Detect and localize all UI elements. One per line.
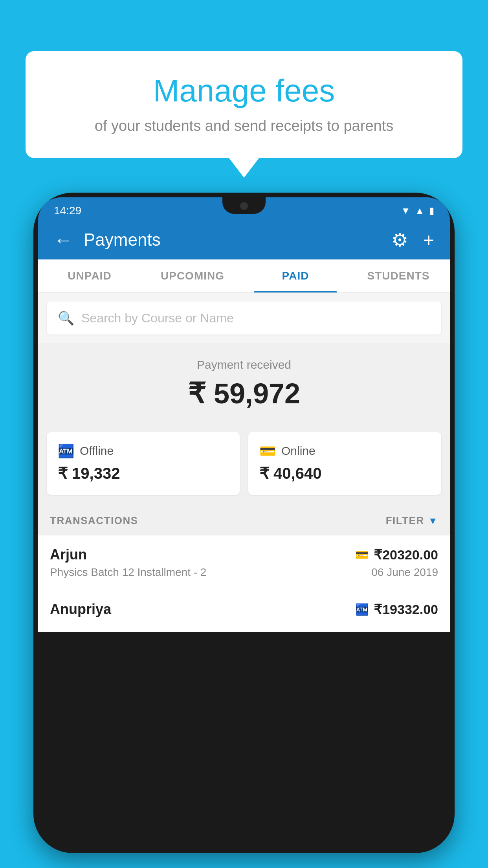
transaction-item-anupriya[interactable]: Anupriya 🏧 ₹19332.00 — [38, 590, 450, 632]
payment-cards: 🏧 Offline ₹ 19,332 💳 Online ₹ 40,640 — [38, 421, 450, 506]
tab-students[interactable]: STUDENTS — [347, 259, 450, 292]
offline-icon: 🏧 — [58, 443, 74, 459]
status-time: 14:29 — [54, 204, 81, 217]
settings-icon[interactable]: ⚙ — [391, 229, 408, 251]
offline-amount: ₹ 19,332 — [58, 464, 229, 482]
tabs-container: UNPAID UPCOMING PAID STUDENTS — [38, 259, 450, 293]
back-button[interactable]: ← — [54, 229, 73, 251]
online-icon: 💳 — [259, 443, 276, 459]
phone-notch — [222, 197, 266, 214]
app-bar-right: ⚙ + — [391, 229, 434, 251]
camera-notch — [240, 202, 248, 210]
offline-card-header: 🏧 Offline — [58, 443, 229, 459]
transaction-amount-wrap-2: 🏧 ₹19332.00 — [355, 601, 438, 617]
search-icon: 🔍 — [58, 310, 74, 326]
transaction-amount-2: ₹19332.00 — [374, 601, 438, 617]
status-bar: 14:29 ▼ ▲ ▮ — [38, 197, 450, 220]
app-bar: ← Payments ⚙ + — [38, 220, 450, 259]
phone-frame: 14:29 ▼ ▲ ▮ ← Payments ⚙ + UNPAID UPCOMI… — [33, 193, 455, 853]
offline-card: 🏧 Offline ₹ 19,332 — [47, 432, 240, 495]
transaction-item-arjun[interactable]: Arjun 💳 ₹20320.00 Physics Batch 12 Insta… — [38, 535, 450, 590]
tab-unpaid[interactable]: UNPAID — [38, 259, 141, 292]
filter-icon: ▼ — [428, 515, 438, 526]
filter-text: FILTER — [386, 515, 424, 527]
offline-label: Offline — [80, 444, 114, 458]
add-icon[interactable]: + — [423, 229, 434, 251]
speech-bubble: Manage fees of your students and send re… — [26, 51, 462, 158]
online-amount: ₹ 40,640 — [259, 464, 430, 482]
search-placeholder: Search by Course or Name — [81, 311, 234, 326]
transaction-course: Physics Batch 12 Installment - 2 — [50, 566, 206, 579]
tab-upcoming[interactable]: UPCOMING — [141, 259, 244, 292]
phone-screen: 🔍 Search by Course or Name Payment recei… — [38, 293, 450, 632]
bubble-subtitle: of your students and send receipts to pa… — [49, 118, 439, 134]
signal-icon: ▲ — [415, 205, 424, 216]
transaction-amount-wrap: 💳 ₹20320.00 — [355, 547, 438, 563]
transaction-row-top-2: Anupriya 🏧 ₹19332.00 — [50, 601, 438, 618]
app-bar-title: Payments — [84, 230, 161, 250]
payment-summary: Payment received ₹ 59,972 — [38, 343, 450, 421]
filter-button[interactable]: FILTER ▼ — [386, 515, 438, 527]
payment-received-label: Payment received — [47, 358, 441, 371]
cash-icon: 🏧 — [355, 603, 369, 616]
transactions-label: TRANSACTIONS — [50, 515, 138, 527]
transaction-row-top: Arjun 💳 ₹20320.00 — [50, 546, 438, 563]
bubble-title: Manage fees — [49, 73, 439, 109]
battery-icon: ▮ — [429, 205, 434, 216]
phone-container: 14:29 ▼ ▲ ▮ ← Payments ⚙ + UNPAID UPCOMI… — [33, 193, 455, 868]
transaction-row-bottom: Physics Batch 12 Installment - 2 06 June… — [50, 566, 438, 579]
tab-paid[interactable]: PAID — [244, 259, 347, 292]
transaction-amount: ₹20320.00 — [374, 547, 438, 563]
online-card: 💳 Online ₹ 40,640 — [248, 432, 441, 495]
transaction-name-2: Anupriya — [50, 601, 111, 618]
search-bar[interactable]: 🔍 Search by Course or Name — [47, 302, 441, 335]
payment-total-amount: ₹ 59,972 — [47, 377, 441, 410]
transaction-date: 06 June 2019 — [371, 566, 438, 579]
transaction-name: Arjun — [50, 546, 87, 563]
online-card-header: 💳 Online — [259, 443, 430, 459]
status-icons: ▼ ▲ ▮ — [401, 205, 434, 216]
app-bar-left: ← Payments — [54, 229, 161, 251]
speech-bubble-container: Manage fees of your students and send re… — [26, 51, 462, 158]
card-icon: 💳 — [355, 548, 369, 561]
transactions-header: TRANSACTIONS FILTER ▼ — [38, 506, 450, 535]
online-label: Online — [281, 444, 316, 458]
wifi-icon: ▼ — [401, 205, 410, 216]
